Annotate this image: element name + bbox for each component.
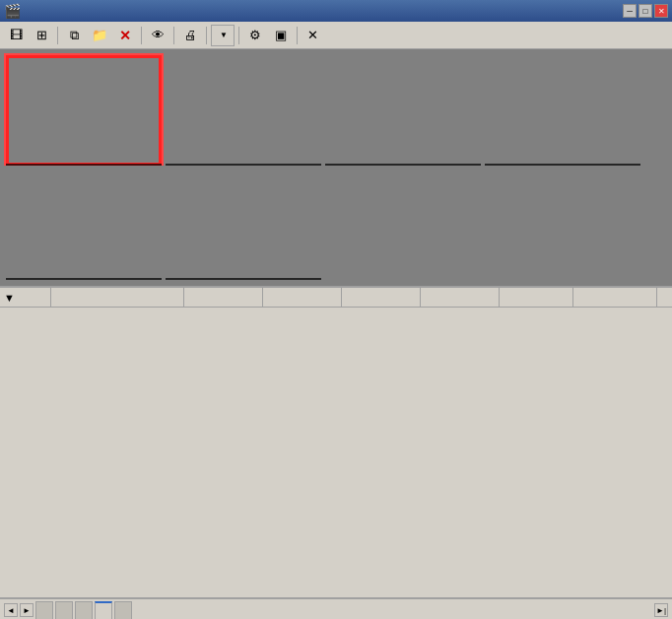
th-clipname[interactable] [51, 288, 184, 307]
tab-predefined[interactable] [95, 601, 112, 619]
toolbar-separator-3 [173, 27, 174, 44]
app-icon: 🎬 [4, 3, 21, 19]
thumbnail-item-5[interactable] [6, 170, 162, 280]
th-target[interactable] [657, 288, 672, 307]
thumbnail-canvas-5 [6, 170, 162, 278]
table-header: ▼ [0, 288, 672, 308]
thumbnail-item-2[interactable] [166, 55, 321, 166]
toolbar-separator-2 [141, 27, 142, 44]
delete-icon[interactable]: ✕ [113, 25, 137, 46]
thumbnail-label-1 [6, 164, 162, 166]
mru-dropdown[interactable]: ▼ [211, 25, 235, 46]
mru-chevron-icon: ▼ [220, 31, 228, 39]
toolbar-separator-6 [297, 27, 298, 44]
thumbnail-item-1[interactable] [6, 55, 162, 166]
title-bar-controls: ─ □ ✕ [623, 4, 668, 18]
thumbnail-canvas-2 [166, 55, 321, 164]
th-sort-indicator[interactable]: ▼ [0, 288, 51, 307]
grid-icon[interactable]: ⊞ [30, 25, 53, 46]
th-modification[interactable] [500, 288, 573, 307]
thumbnail-label-2 [166, 164, 321, 166]
thumbnail-canvas-4 [485, 55, 640, 164]
thumbnail-canvas-3 [325, 55, 481, 164]
toolbar: 🎞 ⊞ ⧉ 📁 ✕ 👁 🖨 ▼ ⚙ ▣ ✕ [0, 22, 672, 49]
maximize-button[interactable]: □ [638, 4, 652, 18]
tab-newgroup[interactable] [55, 601, 73, 619]
tab-iptc-envelope[interactable] [35, 601, 53, 619]
thumbnail-area [0, 49, 672, 286]
toolbar-separator-1 [57, 27, 58, 44]
tab-scroll-left-button[interactable]: ◄ [4, 603, 18, 617]
film-strip-icon[interactable]: 🎞 [4, 25, 28, 46]
tab-scroll-end-button[interactable]: ►| [654, 603, 668, 617]
thumbnail-canvas-6 [166, 170, 321, 278]
table-body [0, 308, 672, 597]
toolbar-close-icon[interactable]: ✕ [302, 25, 325, 46]
th-masterclip1[interactable] [263, 288, 342, 307]
thumbnail-label-6 [166, 278, 321, 280]
tab-exif-gpsinf[interactable] [114, 601, 132, 619]
sort-down-icon: ▼ [4, 292, 15, 304]
toolbar-separator-5 [238, 27, 239, 44]
th-duration[interactable] [184, 288, 263, 307]
tab-bar: ◄ ► ►| [0, 597, 672, 619]
thumbnail-item-4[interactable] [485, 55, 640, 166]
thumbnail-row-2 [6, 170, 666, 280]
th-rights[interactable] [573, 288, 657, 307]
thumbnail-label-3 [325, 164, 481, 166]
thumbnail-row-1 [6, 55, 666, 166]
main-content: ▼ [0, 49, 672, 619]
close-window-button[interactable]: ✕ [654, 4, 668, 18]
tab-library[interactable] [75, 601, 93, 619]
window-icon[interactable]: ▣ [269, 25, 293, 46]
settings-icon[interactable]: ⚙ [243, 25, 267, 46]
thumbnail-item-6[interactable] [166, 170, 321, 280]
th-masterclip2[interactable] [342, 288, 421, 307]
print-icon[interactable]: 🖨 [178, 25, 202, 46]
thumbnail-label-5 [6, 278, 162, 280]
th-masterclip3[interactable] [421, 288, 500, 307]
thumbnail-label-4 [485, 164, 640, 166]
minimize-button[interactable]: ─ [623, 4, 637, 18]
tab-scroll-right-button[interactable]: ► [20, 603, 34, 617]
copy-icon[interactable]: ⧉ [62, 25, 86, 46]
thumbnail-canvas-1 [6, 55, 162, 164]
folder-icon[interactable]: 📁 [88, 25, 111, 46]
toolbar-separator-4 [206, 27, 207, 44]
clip-table: ▼ [0, 286, 672, 597]
thumbnail-item-3[interactable] [325, 55, 481, 166]
title-bar: 🎬 ─ □ ✕ [0, 0, 672, 22]
eye-icon[interactable]: 👁 [146, 25, 169, 46]
